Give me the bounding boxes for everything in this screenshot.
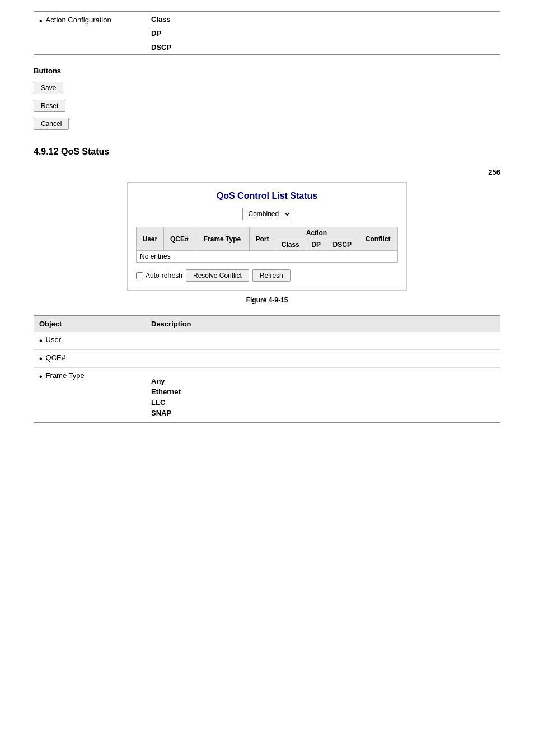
bullet-icon: • bbox=[39, 371, 43, 382]
qos-dropdown-row: Combined bbox=[136, 208, 398, 220]
buttons-section: Buttons Save Reset Cancel bbox=[34, 67, 500, 130]
buttons-title: Buttons bbox=[34, 67, 500, 75]
table-row: • User bbox=[34, 332, 500, 350]
llc-item: LLC bbox=[151, 397, 495, 408]
section-heading: 4.9.12 QoS Status bbox=[34, 147, 500, 157]
class-sub-header: Class bbox=[275, 239, 306, 251]
dscp-sub-header: DSCP bbox=[326, 239, 358, 251]
frame-type-header: Frame Type bbox=[195, 227, 250, 251]
object-col-header: Object bbox=[34, 316, 146, 332]
auto-refresh-checkbox[interactable] bbox=[136, 272, 143, 279]
qce-desc bbox=[146, 350, 500, 368]
frame-type-label: • Frame Type bbox=[39, 371, 140, 382]
resolve-conflict-button[interactable]: Resolve Conflict bbox=[186, 269, 249, 282]
conflict-header: Conflict bbox=[358, 227, 398, 251]
action-config-label: • Action Configuration bbox=[39, 16, 140, 26]
dscp-value: DSCP bbox=[151, 41, 495, 53]
qos-panel-title: QoS Control List Status bbox=[136, 191, 398, 201]
port-header: Port bbox=[250, 227, 275, 251]
qce-header: QCE# bbox=[163, 227, 195, 251]
ethernet-item: Ethernet bbox=[151, 386, 495, 397]
refresh-button[interactable]: Refresh bbox=[252, 269, 291, 282]
snap-item: SNAP bbox=[151, 408, 495, 418]
qos-panel: QoS Control List Status Combined User QC… bbox=[127, 182, 407, 291]
bullet-icon: • bbox=[39, 335, 43, 346]
action-config-table: • Action Configuration Class DP DSCP bbox=[34, 11, 500, 55]
action-header: Action bbox=[275, 227, 358, 239]
no-entries-row: No entries bbox=[137, 251, 398, 263]
dp-value: DP bbox=[151, 27, 495, 39]
qce-label: • QCE# bbox=[39, 353, 140, 364]
bottom-table: Object Description • User • bbox=[34, 315, 500, 423]
qos-table: User QCE# Frame Type Port Action Conflic… bbox=[136, 227, 398, 263]
user-header: User bbox=[137, 227, 164, 251]
table-row: • Frame Type Any Ethernet LLC SNAP bbox=[34, 368, 500, 423]
auto-refresh-label: Auto-refresh bbox=[136, 272, 182, 279]
dp-sub-header: DP bbox=[306, 239, 326, 251]
user-desc bbox=[146, 332, 500, 350]
any-item: Any bbox=[151, 376, 495, 386]
figure-caption: Figure 4-9-15 bbox=[34, 296, 500, 304]
bullet-icon: • bbox=[39, 353, 43, 364]
reset-row: Reset bbox=[34, 100, 500, 112]
qos-footer: Auto-refresh Resolve Conflict Refresh bbox=[136, 267, 398, 282]
cancel-row: Cancel bbox=[34, 118, 500, 130]
table-row: • QCE# bbox=[34, 350, 500, 368]
user-label: • User bbox=[39, 335, 140, 346]
save-row: Save bbox=[34, 82, 500, 94]
frame-type-desc: Any Ethernet LLC SNAP bbox=[146, 368, 500, 423]
save-button[interactable]: Save bbox=[34, 82, 63, 94]
cancel-button[interactable]: Cancel bbox=[34, 118, 69, 130]
class-value: Class bbox=[151, 13, 495, 25]
combined-dropdown[interactable]: Combined bbox=[242, 208, 292, 220]
page-number: 256 bbox=[34, 168, 500, 176]
description-col-header: Description bbox=[146, 316, 500, 332]
page-container: • Action Configuration Class DP DSCP But… bbox=[0, 0, 534, 434]
reset-button[interactable]: Reset bbox=[34, 100, 65, 112]
bullet-icon: • bbox=[39, 16, 43, 26]
